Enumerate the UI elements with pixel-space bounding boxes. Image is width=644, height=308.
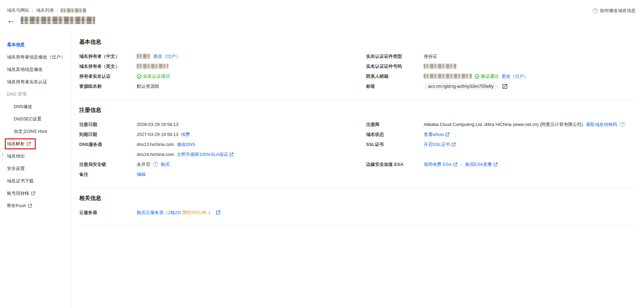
field-registry-lock: 注册局安全锁 未开启 ? 购买 <box>79 159 366 169</box>
field-label: 备注 <box>79 171 137 178</box>
field-label: 标签 <box>366 83 424 89</box>
sidebar-item-label: 基本信息 <box>7 42 25 48</box>
sidebar-item-label: 域名解析 <box>7 141 25 147</box>
breadcrumb-current-domain-redacted <box>61 8 86 13</box>
realname-status-text: 实名认证成功 <box>143 73 170 79</box>
help-link[interactable]: ? 如何修改域名信息 <box>593 8 636 14</box>
field-realname-auth: 持有者实名认证 实名认证成功 <box>79 71 366 81</box>
section-divider <box>79 188 637 188</box>
field-label: 边缘安全加速 ESA <box>366 161 424 168</box>
section-title: 基本信息 <box>79 39 637 46</box>
basic-info-left-column: 域名持有者（中文） 更改（过户） 域名持有者（英文） 持有者实名认证 <box>79 51 366 91</box>
external-link-icon <box>453 162 457 167</box>
external-link-icon <box>229 152 233 157</box>
field-label: DNS服务器 <box>79 141 137 148</box>
sidebar-item-account-transfer[interactable]: 账号间转移 <box>0 187 71 200</box>
section-title: 相关信息 <box>79 195 637 202</box>
sidebar-item-label: 域名证书下载 <box>7 178 34 184</box>
field-label: 域名持有者（中文） <box>79 53 137 60</box>
field-label: 域名持有者（英文） <box>79 63 137 70</box>
email-verified-status: 验证通过 <box>475 73 499 79</box>
email-value-redacted <box>424 74 472 79</box>
sidebar-item-holder-info-transfer[interactable]: 域名持有者信息修改（过户） <box>0 51 71 63</box>
sidebar-item-custom-dns-host[interactable]: 自定义DNS Host <box>0 125 71 138</box>
sidebar-group-label: DNS 管理 <box>7 91 27 97</box>
field-label: 实名认证证件类型 <box>366 53 424 60</box>
upgrade-sla-label: 立即升级获100%SLA保证 <box>177 151 228 158</box>
field-dns-server-1: DNS服务器 dns13.hichina.com 修改DNS <box>79 139 366 149</box>
dns-server-2-value: dns14.hichina.com <box>137 152 174 157</box>
view-whois-label: 查看whois <box>424 131 444 138</box>
section-basic-info: 基本信息 域名持有者（中文） 更改（过户） 域名持有者（英文） <box>79 39 637 100</box>
field-ssl-cert: SSL证书 开启SSL证书 <box>366 139 637 149</box>
section-divider <box>79 99 637 100</box>
back-arrow-icon[interactable]: ← <box>7 16 15 24</box>
breadcrumb-domain-list[interactable]: 域名列表 <box>36 7 54 13</box>
question-circle-icon[interactable]: ? <box>620 122 625 127</box>
buy-ecs-link[interactable]: 购买云服务器（2核2G限时79元/年） <box>137 210 220 216</box>
question-circle-icon[interactable]: ? <box>153 162 158 167</box>
sidebar-item-domain-certificate-download[interactable]: 域名证书下载 <box>0 175 71 187</box>
field-label: 注册日期 <box>79 121 137 128</box>
field-esa: 边缘安全加速 ESA 领用免费 ESA | <box>366 159 637 169</box>
panel-collapse-handle[interactable] <box>0 149 5 160</box>
title-row: ← <box>7 16 95 24</box>
sidebar-item-dns-modify[interactable]: DNS修改 <box>0 100 71 113</box>
edit-tag-icon[interactable] <box>502 84 508 89</box>
section-divider <box>79 226 637 226</box>
external-link-icon <box>27 142 31 146</box>
sidebar-item-other-info-modify[interactable]: 域名其他信息修改 <box>0 63 71 76</box>
field-label: 云服务器 <box>79 210 137 216</box>
field-dns-server-2: dns14.hichina.com 立即升级获100%SLA保证 <box>79 149 366 159</box>
field-contact-email: 联系人邮箱 验证通过 更改（过户） <box>366 71 637 81</box>
sidebar-item-basic-info[interactable]: 基本信息 <box>0 39 71 51</box>
tag-value-pill: acs:rm:rgId:rg-acfmy3i3m755e6y <box>424 83 498 90</box>
help-link-label: 如何修改域名信息 <box>600 8 636 14</box>
edit-remark-link[interactable]: 编辑 <box>137 171 146 178</box>
renew-link[interactable]: 续费 <box>181 131 190 138</box>
sidebar-item-push-with-price[interactable]: 带价Push <box>0 200 71 212</box>
section-related-info: 相关信息 云服务器 购买云服务器（2核2G限时79元/年） <box>79 195 637 226</box>
sidebar-item-domain-resolution[interactable]: 域名解析 <box>0 138 71 150</box>
resource-group-value: 默认资源组 <box>137 83 159 89</box>
breadcrumb: 域名与网站 / 域名列表 / <box>7 7 86 13</box>
sidebar-item-label: 账号间转移 <box>7 190 29 197</box>
field-label: 资源组名称 <box>79 83 137 89</box>
get-transfer-code-link[interactable]: 索取域名转移码 <box>586 121 617 128</box>
registration-left-column: 注册日期 2026-03-29 19:58:13 到期日期 2027-03-29… <box>79 119 366 179</box>
email-change-transfer-link[interactable]: 更改（过户） <box>501 73 528 79</box>
sidebar-item-security-settings[interactable]: 安全设置 <box>0 162 71 175</box>
realname-success-status: 实名认证成功 <box>137 73 170 79</box>
field-registrar: 注册商 Alibaba Cloud Computing Ltd. d/b/a H… <box>366 119 637 129</box>
field-label: 注册局安全锁 <box>79 161 137 168</box>
enable-ssl-link[interactable]: 开启SSL证书 <box>424 141 456 148</box>
field-label: 注册商 <box>366 121 424 128</box>
field-resource-group: 资源组名称 默认资源组 <box>79 81 366 91</box>
basic-info-right-column: 实名认证证件类型 身份证 实名认证证件号码 联系人邮箱 <box>366 51 637 91</box>
field-holder-cn: 域名持有者（中文） 更改（过户） <box>79 51 366 61</box>
external-link-icon <box>31 191 35 195</box>
modify-dns-link[interactable]: 修改DNS <box>177 141 195 148</box>
holder-cn-value-redacted <box>137 54 150 59</box>
field-tag: 标签 acs:rm:rgId:rg-acfmy3i3m755e6y <box>366 81 637 91</box>
holder-en-value-redacted <box>137 64 168 69</box>
field-cloud-server: 云服务器 购买云服务器（2核2G限时79元/年） <box>79 208 366 217</box>
upgrade-sla-link[interactable]: 立即升级获100%SLA保证 <box>177 151 233 158</box>
sidebar-item-label: 安全设置 <box>7 166 25 172</box>
sidebar-item-domain-transfer-out[interactable]: 域名转出 <box>0 150 71 162</box>
field-label: 联系人邮箱 <box>366 73 424 79</box>
buy-esa-plan-link[interactable]: 购买ESA套餐 <box>465 161 498 168</box>
sidebar-item-label: DNSSEC设置 <box>14 116 41 122</box>
free-esa-link[interactable]: 领用免费 ESA <box>424 161 457 168</box>
view-whois-link[interactable]: 查看whois <box>424 131 449 138</box>
field-domain-status: 域名状态 查看whois <box>366 129 637 139</box>
buy-lock-link[interactable]: 购买 <box>161 161 170 168</box>
content-area: 基本信息 域名持有者信息修改（过户） 域名其他信息修改 域名持有者实名认证 DN… <box>0 31 644 308</box>
change-transfer-link[interactable]: 更改（过户） <box>153 53 180 60</box>
breadcrumb-domains-and-sites[interactable]: 域名与网站 <box>7 7 29 13</box>
field-expiry-date: 到期日期 2027-03-29 19:58:13 续费 <box>79 129 366 139</box>
field-registration-date: 注册日期 2026-03-29 19:58:13 <box>79 119 366 129</box>
sidebar-item-dnssec-settings[interactable]: DNSSEC设置 <box>0 113 71 125</box>
sidebar-item-holder-realname-auth[interactable]: 域名持有者实名认证 <box>0 76 71 88</box>
field-label: SSL证书 <box>366 141 424 148</box>
